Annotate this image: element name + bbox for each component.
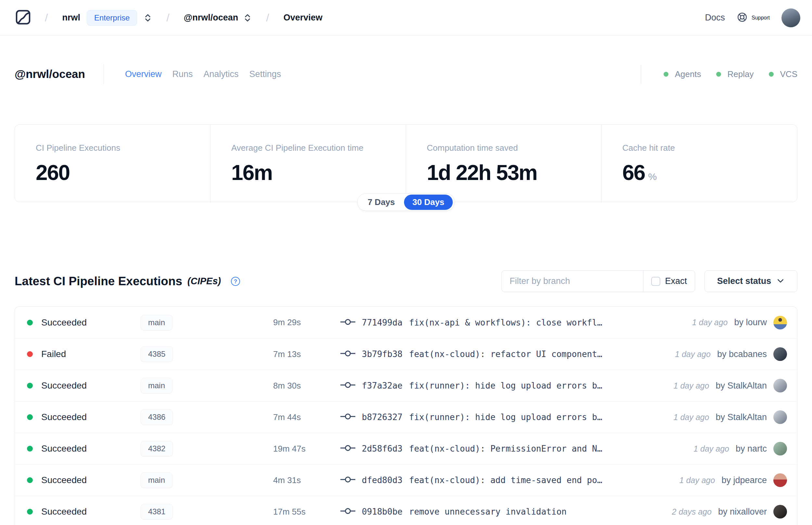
branch-badge[interactable]: 4385 xyxy=(141,346,173,362)
service-status-group: Agents Replay VCS xyxy=(641,65,797,84)
status-select-dropdown[interactable]: Select status xyxy=(704,270,797,292)
table-row[interactable]: Succeeded 4381 17m 55s 0918b0be remove u… xyxy=(15,496,797,525)
duration-label: 7m 13s xyxy=(273,349,340,359)
commit-message: remove unnecessary invalidation xyxy=(409,507,566,516)
tab-analytics[interactable]: Analytics xyxy=(204,69,239,79)
stat-value: 66 xyxy=(622,161,645,184)
commit-cell: dfed80d3 feat(nx-cloud): add time-saved … xyxy=(340,475,679,485)
branch-badge[interactable]: main xyxy=(141,472,172,488)
table-row[interactable]: Succeeded 4386 7m 44s b8726327 fix(runne… xyxy=(15,401,797,433)
commit-cell: b8726327 fix(runner): hide log upload er… xyxy=(340,412,674,422)
commit-hash[interactable]: b8726327 xyxy=(362,412,402,422)
stat-value: 260 xyxy=(36,161,70,184)
commit-message: feat(nx-cloud): PermissionError and N… xyxy=(409,444,602,453)
commit-hash[interactable]: 3b79fb38 xyxy=(362,349,402,359)
time-ago-label: 1 day ago xyxy=(675,349,711,359)
table-row[interactable]: Failed 4385 7m 13s 3b79fb38 feat(nx-clou… xyxy=(15,338,797,370)
range-7-days-button[interactable]: 7 Days xyxy=(359,195,403,210)
table-row[interactable]: Succeeded 4382 19m 47s 2d58f6d3 feat(nx-… xyxy=(15,433,797,464)
workspace-switcher-button[interactable] xyxy=(243,13,252,23)
cipe-section-header: Latest CI Pipeline Executions (CIPEs) ? … xyxy=(15,270,797,292)
author-label: by bcabanes xyxy=(717,349,767,359)
support-link[interactable]: Support xyxy=(737,12,770,24)
exact-match-toggle[interactable]: Exact xyxy=(643,271,695,292)
time-ago-label: 1 day ago xyxy=(692,318,728,327)
commit-hash[interactable]: dfed80d3 xyxy=(362,475,402,485)
commit-message: fix(nx-api & workflows): close workfl… xyxy=(409,318,602,328)
branch-badge[interactable]: 4381 xyxy=(141,504,173,520)
tab-settings[interactable]: Settings xyxy=(249,69,281,79)
status-label: Succeeded xyxy=(41,317,87,328)
table-row[interactable]: Succeeded main 9m 29s 771499da fix(nx-ap… xyxy=(15,307,797,338)
stat-cache-hit-rate: Cache hit rate 66% xyxy=(601,125,797,203)
author-cell: 1 day ago by jdpearce xyxy=(679,473,787,487)
branch-badge[interactable]: 4386 xyxy=(141,409,173,425)
docs-link[interactable]: Docs xyxy=(705,13,725,23)
branch-badge[interactable]: main xyxy=(141,378,172,393)
status-dot-icon xyxy=(769,72,774,77)
author-label: by jdpearce xyxy=(721,475,767,485)
cipe-table: Succeeded main 9m 29s 771499da fix(nx-ap… xyxy=(15,306,797,525)
stats-section: CI Pipeline Executions 260 Average CI Pi… xyxy=(15,124,797,202)
commit-hash[interactable]: 771499da xyxy=(362,318,402,328)
commit-hash[interactable]: 0918b0be xyxy=(362,507,402,516)
question-mark-icon[interactable]: ? xyxy=(231,276,240,286)
nx-cloud-logo[interactable] xyxy=(16,10,31,26)
table-row[interactable]: Succeeded main 8m 30s f37a32ae fix(runne… xyxy=(15,370,797,401)
branch-cell: 4386 xyxy=(141,409,273,425)
branch-cell: main xyxy=(141,472,273,488)
author-avatar xyxy=(773,410,787,424)
svg-text:?: ? xyxy=(234,279,237,285)
branch-cell: 4382 xyxy=(141,441,273,456)
author-avatar xyxy=(773,473,787,487)
author-avatar xyxy=(773,379,787,392)
duration-label: 4m 31s xyxy=(273,475,340,485)
author-avatar xyxy=(773,347,787,361)
author-cell: 2 days ago by nixallover xyxy=(672,505,787,519)
author-cell: 1 day ago by bcabanes xyxy=(675,347,787,361)
section-title: Latest CI Pipeline Executions xyxy=(15,274,182,288)
breadcrumb-org[interactable]: nrwl xyxy=(62,13,80,23)
branch-filter-input[interactable] xyxy=(502,271,643,292)
commit-cell: 2d58f6d3 feat(nx-cloud): PermissionError… xyxy=(340,444,693,453)
exact-checkbox[interactable] xyxy=(651,277,660,286)
breadcrumb-workspace[interactable]: @nrwl/ocean xyxy=(184,13,238,23)
author-label: by nartc xyxy=(736,444,767,454)
commit-message: feat(nx-cloud): refactor UI component… xyxy=(409,349,602,359)
commit-hash[interactable]: 2d58f6d3 xyxy=(362,444,402,453)
tab-runs[interactable]: Runs xyxy=(172,69,193,79)
git-commit-icon xyxy=(340,508,355,516)
cipe-filters: Exact Select status xyxy=(502,270,797,292)
service-vcs[interactable]: VCS xyxy=(769,69,797,79)
branch-cell: 4385 xyxy=(141,346,273,362)
workspace-title: @nrwl/ocean xyxy=(15,68,83,80)
git-commit-icon xyxy=(340,413,355,421)
breadcrumb-page: Overview xyxy=(284,13,323,23)
branch-badge[interactable]: 4382 xyxy=(141,441,173,456)
branch-badge[interactable]: main xyxy=(141,315,172,330)
duration-label: 19m 47s xyxy=(273,444,340,454)
service-agents[interactable]: Agents xyxy=(663,69,701,79)
lifebuoy-icon xyxy=(737,12,748,24)
tab-overview[interactable]: Overview xyxy=(125,69,162,79)
status-dot-icon xyxy=(27,351,33,357)
author-cell: 1 day ago by StalkAltan xyxy=(674,410,787,424)
status-dot-icon xyxy=(27,320,33,326)
duration-label: 9m 29s xyxy=(273,317,340,328)
top-nav: / nrwl Enterprise / @nrwl/ocean / Overvi… xyxy=(0,0,812,36)
user-avatar[interactable] xyxy=(781,9,800,27)
table-row[interactable]: Succeeded main 4m 31s dfed80d3 feat(nx-c… xyxy=(15,464,797,496)
range-30-days-button[interactable]: 30 Days xyxy=(404,195,453,210)
stat-average-execution-time: Average CI Pipeline Execution time 16m xyxy=(211,125,406,203)
status-cell: Succeeded xyxy=(15,444,141,454)
commit-hash[interactable]: f37a32ae xyxy=(362,381,402,390)
service-replay[interactable]: Replay xyxy=(716,69,754,79)
author-label: by StalkAltan xyxy=(716,381,767,391)
git-commit-icon xyxy=(340,445,355,453)
author-avatar xyxy=(773,505,787,519)
status-dot-icon xyxy=(716,72,721,77)
status-cell: Succeeded xyxy=(15,507,141,517)
stat-value: 1d 22h 53m xyxy=(427,161,537,184)
org-switcher-button[interactable] xyxy=(143,13,152,23)
author-cell: 1 day ago by nartc xyxy=(693,442,787,455)
